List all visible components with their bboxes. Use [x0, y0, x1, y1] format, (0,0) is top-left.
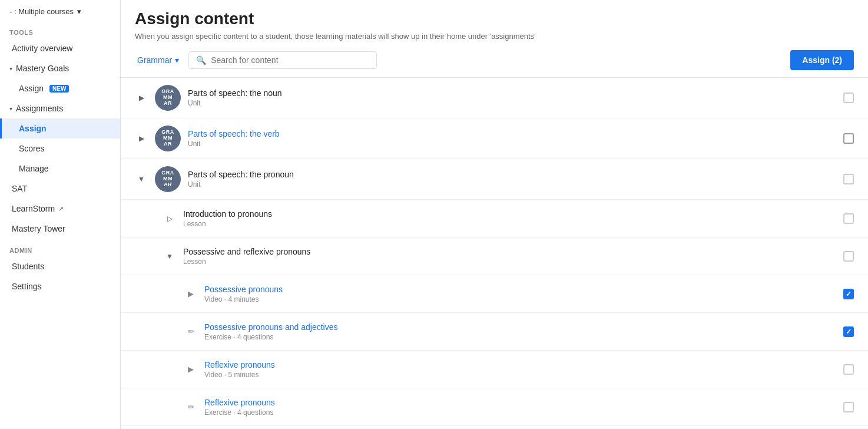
content-title: Parts of speech: the noun — [188, 88, 829, 98]
checkbox[interactable] — [843, 93, 854, 103]
content-row-row-reflexive-video: ▶ Reflexive pronouns Video · 5 minutes — [121, 351, 868, 388]
sidebar-item-mastery-tower[interactable]: Mastery Tower — [0, 219, 120, 239]
content-title[interactable]: Possessive pronouns and adjectives — [204, 322, 829, 332]
content-title: Parts of speech: the pronoun — [188, 170, 829, 179]
checkbox-area — [836, 133, 854, 144]
grammar-dropdown-button[interactable]: Grammar ▾ — [135, 52, 181, 68]
course-label: - : Multiple courses — [9, 7, 74, 16]
assignments-chevron: ▾ — [9, 105, 12, 112]
unit-icon: GRAMMAR — [155, 166, 181, 192]
content-info: Reflexive pronouns Video · 5 minutes — [204, 360, 829, 379]
toolbar: Grammar ▾ 🔍 Assign (2) — [121, 50, 868, 78]
expand-btn[interactable]: ▷ — [163, 212, 176, 225]
expand-btn[interactable]: ▼ — [135, 173, 148, 186]
content-title[interactable]: Reflexive pronouns — [204, 360, 829, 369]
settings-label: Settings — [12, 282, 42, 291]
content-meta: Unit — [188, 140, 829, 148]
tools-section-label: TOOLS — [0, 21, 120, 38]
sidebar-item-mastery-assign[interactable]: Assign NEW — [0, 78, 120, 98]
content-info: Parts of speech: the pronoun Unit — [188, 170, 829, 189]
content-title[interactable]: Reflexive pronouns — [204, 398, 829, 407]
sat-label: SAT — [12, 184, 27, 193]
mastery-goals-chevron: ▾ — [9, 65, 12, 72]
checkbox[interactable] — [843, 289, 854, 299]
checkbox[interactable] — [843, 251, 854, 262]
content-row-row-possessive-adjectives: ✏ Possessive pronouns and adjectives Exe… — [121, 313, 868, 351]
checkbox[interactable] — [843, 364, 854, 375]
sidebar-item-students[interactable]: Students — [0, 256, 120, 276]
content-title: Introduction to pronouns — [183, 209, 829, 219]
checkbox-area — [836, 402, 854, 412]
checkbox[interactable] — [843, 174, 854, 184]
learnstorm-label: LearnStorm — [12, 204, 55, 213]
unit-icon: GRAMMAR — [155, 126, 181, 151]
admin-section-label: ADMIN — [0, 239, 120, 256]
sidebar-item-manage[interactable]: Manage — [0, 159, 120, 179]
content-info: Parts of speech: the verb Unit — [188, 129, 829, 148]
content-row-row-verb: ▶ GRAMMAR Parts of speech: the verb Unit — [121, 118, 868, 159]
checkbox-area — [836, 93, 854, 103]
content-row-row-intro-pronouns: ▷ Introduction to pronouns Lesson — [121, 200, 868, 237]
grammar-chevron-icon: ▾ — [175, 55, 179, 65]
sidebar-item-scores[interactable]: Scores — [0, 138, 120, 159]
main-content: Assign content When you assign specific … — [121, 0, 868, 429]
checkbox[interactable] — [843, 326, 854, 337]
external-link-icon: ↗ — [58, 205, 64, 213]
checkbox-area — [836, 251, 854, 262]
content-title: Possessive and reflexive pronouns — [183, 247, 829, 256]
checkbox-area — [836, 326, 854, 337]
checkbox[interactable] — [843, 133, 854, 144]
mastery-goals-group[interactable]: ▾ Mastery Goals — [0, 58, 120, 78]
checkbox[interactable] — [843, 402, 854, 412]
content-info: Possessive pronouns Video · 4 minutes — [204, 285, 829, 303]
mastery-tower-label: Mastery Tower — [12, 224, 65, 233]
content-info: Possessive and reflexive pronouns Lesson — [183, 247, 829, 266]
checkbox-area — [836, 289, 854, 299]
assign-label: Assign — [19, 124, 47, 133]
sidebar: - : Multiple courses ▾ TOOLS Activity ov… — [0, 0, 121, 429]
search-input[interactable] — [211, 55, 369, 65]
assignments-label: Assignments — [16, 104, 63, 113]
grammar-label: Grammar — [137, 55, 172, 65]
assignments-group[interactable]: ▾ Assignments — [0, 98, 120, 118]
content-row-row-possessive-reflexive: ▼ Possessive and reflexive pronouns Less… — [121, 237, 868, 275]
content-meta: Video · 4 minutes — [204, 295, 829, 303]
unit-icon: GRAMMAR — [155, 85, 181, 111]
content-meta: Lesson — [183, 258, 829, 266]
expand-btn[interactable]: ▼ — [163, 250, 176, 263]
sidebar-item-settings[interactable]: Settings — [0, 276, 120, 296]
content-row-row-noun: ▶ GRAMMAR Parts of speech: the noun Unit — [121, 78, 868, 118]
search-box[interactable]: 🔍 — [188, 51, 377, 69]
content-list: ▶ GRAMMAR Parts of speech: the noun Unit… — [121, 78, 868, 429]
new-badge: NEW — [49, 85, 69, 93]
checkbox-area — [836, 364, 854, 375]
content-row-row-relative: ▷ Relative pronouns Lesson — [121, 426, 868, 429]
sidebar-item-learnstorm[interactable]: LearnStorm ↗ — [0, 199, 120, 219]
exercise-icon: ✏ — [184, 325, 197, 338]
students-label: Students — [12, 262, 44, 271]
content-info: Parts of speech: the noun Unit — [188, 88, 829, 107]
sidebar-item-activity-overview[interactable]: Activity overview — [0, 38, 120, 58]
content-title[interactable]: Possessive pronouns — [204, 285, 829, 294]
content-title[interactable]: Parts of speech: the verb — [188, 129, 829, 138]
page-header: Assign content When you assign specific … — [121, 0, 868, 50]
checkbox[interactable] — [843, 213, 854, 224]
expand-btn[interactable]: ▶ — [135, 132, 148, 145]
checkbox-area — [836, 213, 854, 224]
exercise-icon: ✏ — [184, 401, 197, 414]
course-header[interactable]: - : Multiple courses ▾ — [0, 0, 120, 21]
sidebar-item-assign[interactable]: Assign — [0, 118, 120, 138]
content-meta: Lesson — [183, 220, 829, 228]
expand-btn[interactable]: ▶ — [135, 91, 148, 104]
sidebar-item-sat[interactable]: SAT — [0, 179, 120, 199]
mastery-assign-label: Assign — [19, 84, 44, 93]
content-info: Reflexive pronouns Exercise · 4 question… — [204, 398, 829, 417]
assign-button[interactable]: Assign (2) — [790, 50, 854, 70]
page-subtitle: When you assign specific content to a st… — [135, 32, 854, 41]
content-meta: Unit — [188, 180, 829, 189]
content-info: Introduction to pronouns Lesson — [183, 209, 829, 228]
content-meta: Exercise · 4 questions — [204, 408, 829, 417]
content-row-row-reflexive-exercise: ✏ Reflexive pronouns Exercise · 4 questi… — [121, 388, 868, 426]
checkbox-area — [836, 174, 854, 184]
search-icon: 🔍 — [196, 55, 206, 65]
